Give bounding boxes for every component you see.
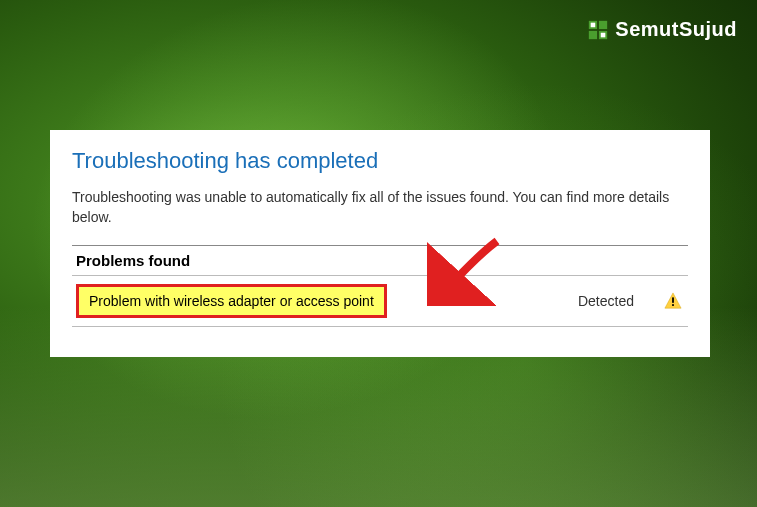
brand-logo-icon	[587, 19, 609, 41]
dialog-description: Troubleshooting was unable to automatica…	[72, 188, 688, 227]
problem-status: Detected	[578, 293, 634, 309]
problem-label: Problem with wireless adapter or access …	[76, 284, 387, 318]
svg-rect-6	[672, 298, 674, 303]
problems-section: Problems found Problem with wireless ada…	[72, 245, 688, 327]
warning-icon	[664, 292, 682, 310]
dialog-title: Troubleshooting has completed	[72, 148, 688, 174]
svg-rect-4	[591, 22, 596, 27]
problems-header: Problems found	[72, 246, 688, 275]
watermark: SemutSujud	[587, 18, 737, 41]
troubleshooting-dialog: Troubleshooting has completed Troublesho…	[50, 130, 710, 357]
annotation-arrow-icon	[427, 236, 507, 306]
svg-rect-5	[601, 32, 606, 37]
svg-rect-7	[672, 304, 674, 306]
svg-rect-1	[599, 20, 607, 28]
brand-name: SemutSujud	[615, 18, 737, 41]
svg-rect-2	[589, 30, 597, 38]
problem-row[interactable]: Problem with wireless adapter or access …	[72, 275, 688, 327]
